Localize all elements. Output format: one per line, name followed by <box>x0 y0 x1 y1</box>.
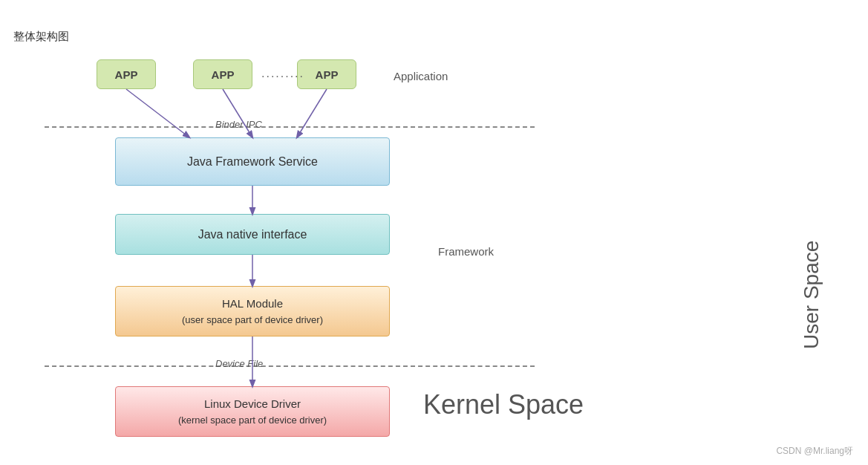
hal-label-line1: HAL Module <box>222 296 283 313</box>
app-box-1: APP <box>97 59 156 89</box>
binder-ipc-label: Binder IPC <box>215 119 262 130</box>
dashed-line-bottom <box>45 365 535 367</box>
app-box-3: APP <box>297 59 356 89</box>
dashed-line-top <box>45 126 535 128</box>
jni-label: Java native interface <box>198 228 307 241</box>
device-file-label: Device File <box>215 358 263 369</box>
jfs-label: Java Framework Service <box>187 155 318 169</box>
ldd-box: Linux Device Driver (kernel space part o… <box>115 386 390 437</box>
dots-separator: ········· <box>261 70 304 83</box>
ldd-label-line2: (kernel space part of device driver) <box>178 413 327 428</box>
kernel-space-label: Kernel Space <box>423 389 584 420</box>
jfs-box: Java Framework Service <box>115 137 390 186</box>
hal-box: HAL Module (user space part of device dr… <box>115 286 390 336</box>
application-label: Application <box>394 70 448 82</box>
hal-label-line2: (user space part of device driver) <box>182 313 323 328</box>
jni-box: Java native interface <box>115 214 390 255</box>
watermark: CSDN @Mr.liang呀 <box>776 445 853 458</box>
svg-line-0 <box>126 89 189 137</box>
diagram-container: 整体架构图 APP APP APP ········· Application … <box>0 22 868 465</box>
page-title: 整体架构图 <box>13 30 69 44</box>
ldd-label-line1: Linux Device Driver <box>204 396 301 413</box>
svg-line-2 <box>297 89 327 137</box>
user-space-label: User Space <box>800 186 823 349</box>
svg-line-1 <box>223 89 252 137</box>
app-box-2: APP <box>193 59 252 89</box>
framework-label: Framework <box>438 245 494 258</box>
